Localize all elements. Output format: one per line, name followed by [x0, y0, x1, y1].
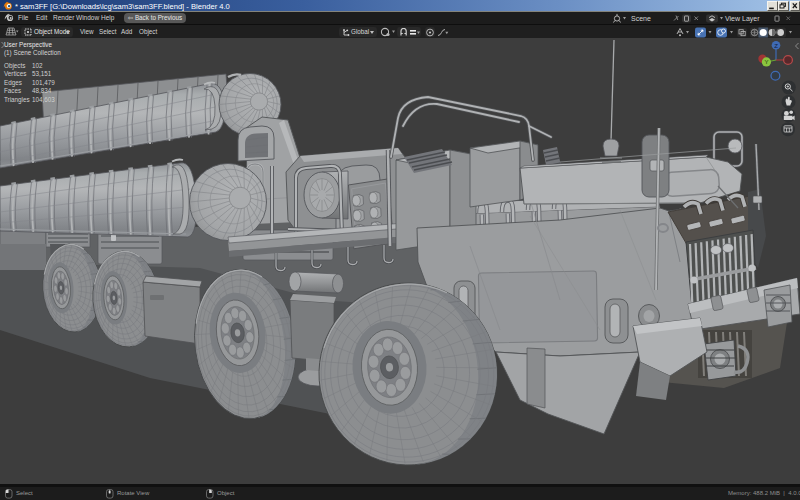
svg-text:Y: Y: [764, 59, 768, 65]
svg-text:Scene: Scene: [631, 15, 651, 22]
svg-text:View Layer: View Layer: [725, 15, 760, 23]
svg-text:Z: Z: [774, 43, 778, 49]
